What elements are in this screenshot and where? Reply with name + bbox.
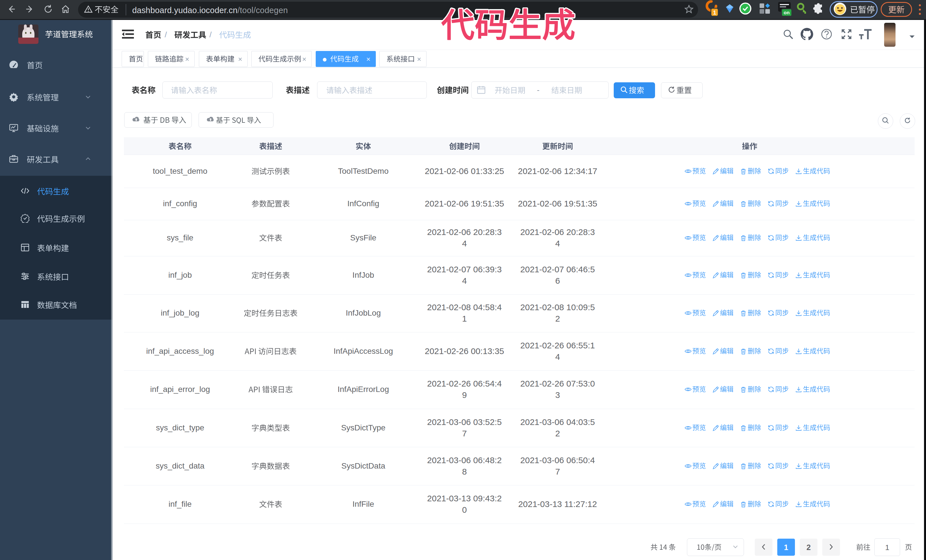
svg-text:on: on [784, 10, 790, 15]
svg-text:1: 1 [713, 9, 716, 16]
